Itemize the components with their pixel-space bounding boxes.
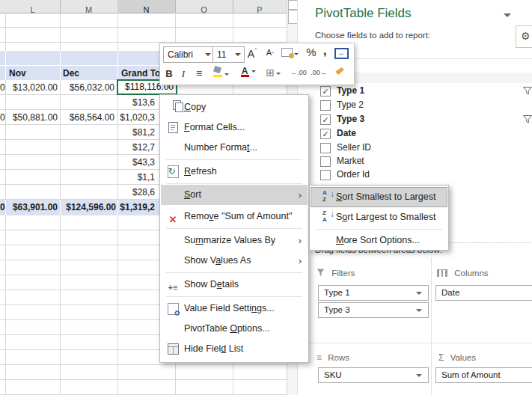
- menu-item-summarize-values-by[interactable]: Summarize Values By ›: [161, 230, 308, 251]
- column-header-M[interactable]: M: [60, 0, 118, 13]
- submenu-arrow-icon: ›: [299, 185, 302, 205]
- borders-button[interactable]: ⊞: [262, 67, 284, 79]
- rows-chip-sku[interactable]: SKU: [318, 367, 429, 383]
- cell-grand-r8[interactable]: $28,6: [112, 185, 155, 200]
- cell-grand-r6[interactable]: $43,3: [112, 155, 155, 170]
- menu-item-remove-sum-of-amount[interactable]: ✕ Remove "Sum of Amount": [161, 206, 308, 227]
- values-chip-sum-of-amount[interactable]: Sum of Amount: [435, 367, 532, 383]
- copy-icon: [165, 100, 180, 114]
- submenu-item-more-sort-options[interactable]: More Sort Options...: [311, 230, 447, 251]
- chevron-down-icon[interactable]: [416, 309, 422, 312]
- shrink-font-button[interactable]: Aˇ: [263, 47, 278, 58]
- cell-dec-r1[interactable]: $56,032.00: [60, 80, 114, 95]
- menu-item-pivottable-options[interactable]: PivotTable Options...: [161, 319, 308, 339]
- cell-grand-r4[interactable]: $81,2: [112, 125, 155, 140]
- checkbox-type1[interactable]: ✓: [320, 86, 331, 97]
- format-cells-icon: [165, 120, 180, 135]
- column-header-L[interactable]: L: [5, 0, 61, 13]
- cell-grand-total[interactable]: $1,319,2: [112, 200, 155, 215]
- columns-icon: [437, 269, 447, 277]
- checkbox-orderid[interactable]: [320, 170, 331, 180]
- checkbox-date[interactable]: ✓: [320, 129, 331, 139]
- column-header-strip: L M N O P: [0, 0, 287, 13]
- fields-list-bottom-dotted: [448, 242, 532, 243]
- borders-lines-button[interactable]: ≡: [192, 67, 207, 79]
- menu-item-copy[interactable]: Copy: [161, 97, 308, 117]
- comma-style-button[interactable]: ,: [319, 43, 330, 58]
- decrease-decimal-button[interactable]: .00→: [309, 69, 328, 76]
- pane-options-caret-icon[interactable]: [504, 13, 511, 17]
- grow-font-button[interactable]: Aˆ: [245, 47, 260, 60]
- field-row-type2[interactable]: Type 2: [315, 98, 532, 112]
- cell-nov-r3[interactable]: $50,881.00: [5, 110, 58, 125]
- bold-button[interactable]: B: [163, 68, 175, 79]
- field-row-type1[interactable]: ✓ Type 1: [315, 84, 532, 98]
- brush-icon: [335, 67, 344, 75]
- submenu-item-sort-largest-to-smallest[interactable]: ZA↓ Sort Largest to Smallest: [311, 207, 447, 227]
- cell-dec-r3[interactable]: $68,564.00: [60, 110, 114, 125]
- cell-dec-total[interactable]: $124,596.00: [60, 200, 116, 215]
- percent-style-button[interactable]: %: [304, 46, 319, 58]
- filters-area-label: Filters: [317, 267, 355, 279]
- field-row-sellerid[interactable]: Seller ID: [315, 141, 532, 155]
- menu-item-number-format[interactable]: Number Format...: [161, 138, 308, 158]
- filters-chip-type1[interactable]: Type 1: [318, 285, 429, 301]
- number-format-button[interactable]: [280, 48, 299, 59]
- cell-nov-total[interactable]: $63,901.00: [5, 200, 58, 215]
- fill-color-button[interactable]: [210, 67, 232, 79]
- filters-chip-type3[interactable]: Type 3: [318, 302, 429, 318]
- menu-item-show-values-as[interactable]: Show Values As ›: [161, 251, 308, 271]
- font-name-combo[interactable]: Calibri: [163, 46, 215, 63]
- menu-item-value-field-settings[interactable]: ⚙ Value Field Settings...: [161, 298, 308, 319]
- checkbox-type3[interactable]: ✓: [320, 114, 331, 125]
- cell-grand-r7[interactable]: $1,1: [112, 170, 155, 185]
- menu-item-refresh[interactable]: ↻ Refresh: [161, 162, 308, 182]
- cell-k-tail[interactable]: 0: [0, 80, 5, 95]
- show-details-icon: +≡: [165, 278, 180, 292]
- autofit-button[interactable]: ↔: [333, 47, 349, 59]
- columns-chip-date[interactable]: Date: [435, 285, 532, 301]
- areas-divider-horizontal: [299, 343, 532, 343]
- font-color-button[interactable]: A: [236, 66, 259, 77]
- italic-button[interactable]: I: [178, 68, 189, 80]
- values-area-label: Σ Values: [438, 352, 476, 364]
- column-header-N[interactable]: N: [117, 0, 176, 13]
- tools-button[interactable]: ⚙: [516, 25, 532, 48]
- column-header-O[interactable]: O: [175, 0, 233, 13]
- checkbox-market[interactable]: [320, 156, 331, 167]
- funnel-icon: [317, 269, 325, 277]
- field-row-date[interactable]: ✓ Date: [315, 126, 532, 141]
- field-label: Type 2: [337, 98, 364, 112]
- pivot-col-header-nov[interactable]: Nov: [9, 66, 26, 81]
- chevron-down-icon[interactable]: [416, 292, 422, 295]
- cell-k-tail-total[interactable]: 0: [0, 200, 5, 215]
- field-label: Market: [337, 154, 364, 168]
- cell-k-tail[interactable]: 0: [0, 110, 5, 125]
- refresh-icon: ↻: [165, 165, 180, 179]
- column-header-P[interactable]: P: [233, 0, 287, 13]
- format-painter-button[interactable]: [331, 67, 348, 77]
- submenu-item-sort-smallest-to-largest[interactable]: AZ↓ Sort Smallest to Largest: [311, 187, 447, 207]
- chevron-down-icon[interactable]: [416, 374, 422, 377]
- remove-x-icon: ✕: [165, 209, 180, 224]
- menu-item-show-details[interactable]: +≡ Show Details: [161, 275, 308, 295]
- font-size-combo[interactable]: 11: [213, 46, 245, 63]
- cell-grand-r2[interactable]: $13,6: [112, 95, 155, 110]
- menu-item-sort[interactable]: Sort ›: [161, 185, 308, 205]
- field-row-market[interactable]: Market: [315, 154, 532, 168]
- cell-nov-r1[interactable]: $13,020.00: [5, 80, 58, 95]
- rows-icon: ≡: [317, 352, 322, 363]
- checkbox-sellerid[interactable]: [320, 143, 331, 153]
- field-row-orderid[interactable]: Order Id: [315, 168, 532, 182]
- font-color-bar: [241, 75, 249, 77]
- cell-grand-r5[interactable]: $12,7: [112, 140, 155, 155]
- pivot-col-header-dec[interactable]: Dec: [63, 66, 79, 81]
- menu-item-format-cells[interactable]: Format Cells...: [161, 117, 308, 138]
- field-row-type3[interactable]: ✓ Type 3: [315, 112, 532, 126]
- increase-decimal-button[interactable]: ←←.00.00: [289, 69, 308, 76]
- context-menu: Copy Format Cells... Number Format... ↻ …: [159, 94, 309, 363]
- submenu-arrow-icon: ›: [299, 230, 302, 251]
- menu-item-hide-field-list[interactable]: Hide Field List: [161, 339, 308, 359]
- cell-grand-r3[interactable]: $1,020,3: [112, 110, 155, 125]
- checkbox-type2[interactable]: [320, 100, 331, 111]
